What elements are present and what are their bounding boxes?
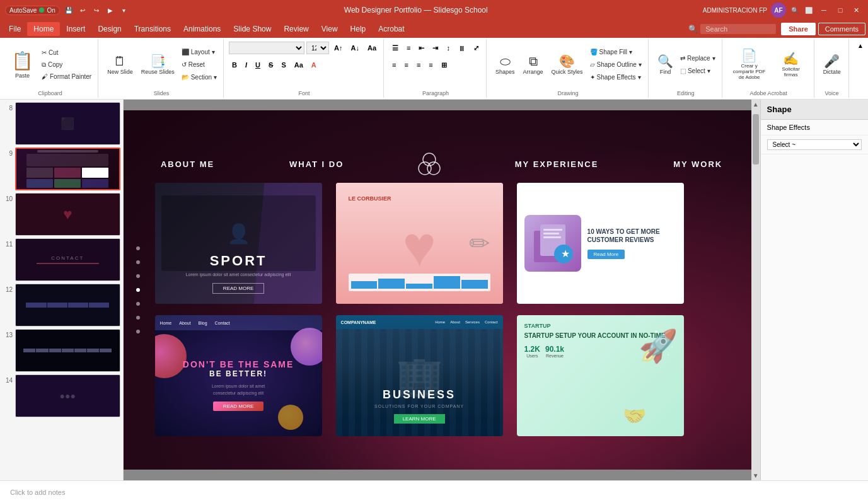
search-input[interactable] <box>700 24 776 34</box>
slide-thumbnail-9[interactable]: 9 <box>3 147 120 190</box>
format-painter-button[interactable]: 🖌 Format Painter <box>39 71 94 83</box>
vertical-scrollbar[interactable]: ▲ ▼ <box>751 100 760 480</box>
reviews-read-more-button[interactable]: Read More <box>587 250 625 259</box>
maximize-button[interactable]: □ <box>834 4 847 16</box>
nav-what-i-do: WHAT I DO <box>284 157 349 171</box>
align-right-button[interactable]: ≡ <box>414 59 424 71</box>
shadow-button[interactable]: S <box>278 59 289 71</box>
select-button[interactable]: ⬚ Select ▾ <box>678 66 718 77</box>
menu-design[interactable]: Design <box>91 22 127 36</box>
font-family-select[interactable] <box>229 42 304 54</box>
minimize-button[interactable]: ─ <box>818 4 830 16</box>
menu-home[interactable]: Home <box>27 22 60 36</box>
shape-panel: Shape Shape Effects Select ~ <box>760 100 868 480</box>
shape-outline-button[interactable]: ▱ Shape Outline ▾ <box>587 59 644 71</box>
menu-file[interactable]: File <box>3 22 27 36</box>
menu-help[interactable]: Help <box>344 22 373 36</box>
line-spacing-button[interactable]: ↕ <box>443 42 453 54</box>
underline-button[interactable]: U <box>252 59 263 71</box>
decrease-indent-button[interactable]: ⇤ <box>415 42 427 54</box>
slides-label: Slides <box>103 90 219 96</box>
slide-thumbnail-8[interactable]: 8 ⬛ <box>3 102 120 145</box>
create-pdf-button[interactable]: 📄 Crear y compartir PDF de Adobe <box>727 47 772 83</box>
menu-acrobat[interactable]: Acrobat <box>372 22 410 36</box>
sport-title: SPORT <box>186 253 291 269</box>
cut-button[interactable]: ✂ Cut <box>39 47 94 59</box>
columns-button[interactable]: ⫼ <box>455 42 468 54</box>
align-center-button[interactable]: ≡ <box>401 59 411 71</box>
copy-button[interactable]: ⧉ Copy <box>39 59 94 71</box>
comments-button[interactable]: Comments <box>818 23 865 35</box>
search-icon[interactable]: 🔍 <box>790 5 800 15</box>
menu-transitions[interactable]: Transitions <box>128 22 177 36</box>
paste-button[interactable]: 📋 Paste <box>6 47 38 83</box>
notes-bar[interactable]: Click to add notes <box>0 480 868 503</box>
dictate-button[interactable]: 🎤 Dictate <box>819 47 845 83</box>
font-color-button[interactable]: A <box>308 59 320 71</box>
increase-indent-button[interactable]: ⇥ <box>429 42 441 54</box>
scrollbar-thumb[interactable] <box>753 114 759 165</box>
bold-button[interactable]: B <box>229 59 240 71</box>
menu-review[interactable]: Review <box>277 22 315 36</box>
case-button[interactable]: Aa <box>291 59 306 71</box>
share-button[interactable]: Share <box>781 23 816 35</box>
slide-thumbnail-11[interactable]: 11 CONTACT <box>3 238 120 281</box>
slide-thumbnail-14[interactable]: 14 ●●● <box>3 374 120 417</box>
slide-canvas[interactable]: ABOUT ME WHAT I DO MY EXPERIENCE MY WORK <box>124 110 760 470</box>
slide-thumbnail-12[interactable]: 12 <box>3 284 120 327</box>
save-button[interactable]: 💾 <box>64 5 74 15</box>
autosave-label: AutoSave <box>9 7 37 14</box>
justify-button[interactable]: ≡ <box>425 59 436 71</box>
quick-styles-button[interactable]: 🎨 Quick Styles <box>548 47 587 83</box>
sport-read-more-button[interactable]: READ MORE <box>212 283 264 294</box>
ribbon-display-button[interactable]: ⬜ <box>804 5 814 15</box>
main-area: ▲ ▼ ABOUT <box>124 100 760 480</box>
align-left-button[interactable]: ≡ <box>389 59 399 71</box>
titlebar: AutoSave On 💾 ↩ ↪ ▶ ▾ Web Designer Portf… <box>0 0 868 20</box>
space-read-more-button[interactable]: READ MORE <box>213 402 263 411</box>
reuse-slides-button[interactable]: 📑 Reuse Slides <box>137 47 178 83</box>
replace-button[interactable]: ⇄ Replace ▾ <box>678 53 718 64</box>
present-button[interactable]: ▶ <box>105 5 115 15</box>
layout-button[interactable]: ⬛ Layout ▾ <box>179 47 219 58</box>
italic-button[interactable]: I <box>242 59 250 71</box>
smart-art-button[interactable]: ⊞ <box>438 59 450 71</box>
slide-thumbnail-10[interactable]: 10 ♥ <box>3 193 120 236</box>
menu-insert[interactable]: Insert <box>60 22 91 36</box>
text-direction-button[interactable]: ⤢ <box>470 42 482 54</box>
new-slide-icon: 🗒 <box>113 55 126 67</box>
clipboard-group: 📋 Paste ✂ Cut ⧉ Copy 🖌 Format Painter Cl… <box>3 39 98 98</box>
business-learn-more-button[interactable]: LEARN MORE <box>394 414 445 424</box>
arrange-button[interactable]: ⧉ Arrange <box>519 47 547 83</box>
menu-view[interactable]: View <box>315 22 344 36</box>
shape-fill-button[interactable]: 🪣 Shape Fill ▾ <box>587 47 644 58</box>
find-button[interactable]: 🔍 Find <box>654 47 677 83</box>
menu-slideshow[interactable]: Slide Show <box>227 22 277 36</box>
customize-qat-button[interactable]: ▾ <box>119 5 129 15</box>
menu-animations[interactable]: Animations <box>177 22 227 36</box>
decrease-font-button[interactable]: A↓ <box>348 42 362 54</box>
menu-search-area: 🔍 <box>688 24 776 34</box>
collapse-ribbon-button[interactable]: ▲ <box>855 40 865 50</box>
close-button[interactable]: ✕ <box>850 4 863 16</box>
shapes-icon: ⬭ <box>500 55 511 67</box>
reviews-card: ★ 10 WAYS TO GET MORE CUSTOMER REVIEWS R… <box>517 183 684 304</box>
section-button[interactable]: 📂 Section ▾ <box>179 72 219 83</box>
redo-button[interactable]: ↪ <box>91 5 101 15</box>
clear-format-button[interactable]: Aa <box>364 42 379 54</box>
shape-select-dropdown[interactable]: Select ~ <box>767 139 862 150</box>
bullets-button[interactable]: ☰ <box>389 42 402 54</box>
strikethrough-button[interactable]: S <box>265 59 276 71</box>
increase-font-button[interactable]: A↑ <box>331 42 345 54</box>
new-slide-button[interactable]: 🗒 New Slide <box>103 47 137 83</box>
shapes-button[interactable]: ⬭ Shapes <box>492 47 519 83</box>
reset-button[interactable]: ↺ Reset <box>179 59 219 71</box>
undo-button[interactable]: ↩ <box>78 5 88 15</box>
autosave-badge[interactable]: AutoSave On <box>5 6 60 15</box>
shape-effects-button[interactable]: ✦ Shape Effects ▾ <box>587 72 644 83</box>
font-size-select[interactable]: 12 <box>306 42 329 54</box>
numbering-button[interactable]: ≡ <box>403 42 414 54</box>
user-avatar[interactable]: AF <box>771 3 786 18</box>
slide-thumbnail-13[interactable]: 13 <box>3 329 120 372</box>
request-signatures-button[interactable]: ✍ Solicitar firmas <box>772 47 810 83</box>
